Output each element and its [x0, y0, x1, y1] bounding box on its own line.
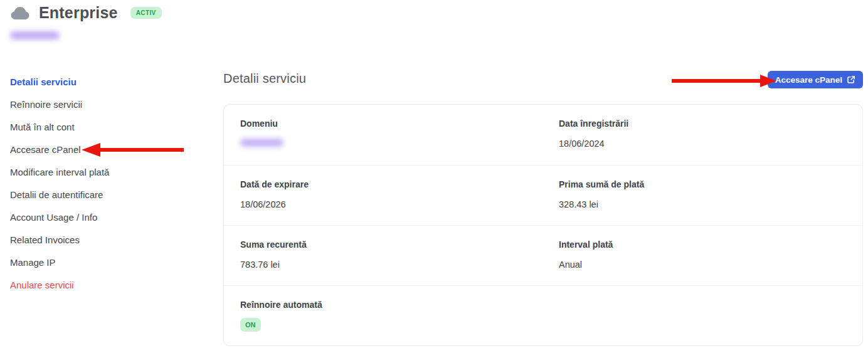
field-label: Dată de expirare: [240, 179, 309, 189]
card-row-suma-recurenta: Suma recurentă 783.76 lei Interval plată…: [224, 225, 862, 285]
sidebar-item-account-usage-info[interactable]: Account Usage / Info: [10, 206, 198, 228]
sidebar-item-manage-ip[interactable]: Manage IP: [10, 251, 198, 273]
field-prima-suma: Prima sumă de plată 328.43 lei: [559, 179, 644, 209]
field-data-expirare: Dată de expirare 18/06/2026: [240, 179, 309, 209]
field-reinnoire-automata: Reînnoire automată ON: [240, 300, 322, 332]
service-title: Enterprise: [39, 4, 118, 22]
cloud-icon: [10, 6, 30, 21]
sidebar-item-detalii-serviciu[interactable]: Detalii serviciu: [10, 70, 198, 93]
field-label: Domeniu: [240, 118, 283, 129]
field-value: 328.43 lei: [559, 199, 644, 209]
field-label: Suma recurentă: [240, 240, 307, 250]
field-suma-recurenta: Suma recurentă 783.76 lei: [240, 240, 307, 270]
status-badge: ACTIV: [130, 7, 162, 19]
sidebar-menu: Detalii serviciu Reînnoire servicii Mută…: [10, 70, 198, 296]
field-label: Interval plată: [559, 240, 613, 250]
service-details-card: Domeniu Data înregistrării 18/06/2024 Da…: [223, 104, 863, 346]
field-label: Data înregistrării: [559, 118, 628, 129]
arrow-shaft: [672, 79, 760, 83]
field-domeniu: Domeniu: [240, 118, 283, 147]
field-value: 18/06/2024: [559, 139, 628, 149]
sidebar-item-reinnoire-servicii[interactable]: Reînnoire servicii: [10, 93, 198, 115]
sidebar-item-related-invoices[interactable]: Related Invoices: [10, 228, 198, 251]
sidebar-item-muta-in-alt-cont[interactable]: Mută în alt cont: [10, 115, 198, 138]
field-label: Prima sumă de plată: [559, 179, 644, 189]
external-link-icon: [847, 75, 855, 84]
field-data-inregistrarii: Data înregistrării 18/06/2024: [559, 118, 628, 149]
field-interval-plata: Interval plată Anual: [559, 240, 613, 270]
sidebar-item-accesare-cpanel[interactable]: Accesare cPanel: [10, 138, 198, 161]
field-label: Reînnoire automată: [240, 300, 322, 310]
redacted-domain-value: [240, 139, 283, 147]
field-value: Anual: [559, 260, 613, 270]
service-header: Enterprise ACTIV: [10, 4, 162, 22]
accesare-cpanel-button[interactable]: Accesare cPanel: [768, 71, 863, 88]
field-value: 783.76 lei: [240, 260, 307, 270]
field-value: 18/06/2026: [240, 199, 309, 209]
redacted-domain-text: [10, 31, 60, 39]
red-arrow-right-icon: [672, 75, 776, 87]
page-title: Detalii serviciu: [223, 71, 306, 86]
service-details-page: Enterprise ACTIV Detalii serviciu Reînno…: [0, 0, 868, 358]
sidebar-item-detalii-de-autentificare[interactable]: Detalii de autentificare: [10, 183, 198, 206]
accesare-cpanel-button-label: Accesare cPanel: [775, 75, 842, 85]
card-row-reinnoire-automata: Reînnoire automată ON: [224, 285, 862, 345]
auto-renew-on-badge: ON: [240, 318, 261, 332]
card-row-expirare: Dată de expirare 18/06/2026 Prima sumă d…: [224, 165, 862, 225]
sidebar-item-anulare-servicii[interactable]: Anulare servicii: [10, 273, 198, 296]
sidebar-item-modificare-interval-plata[interactable]: Modificare interval plată: [10, 161, 198, 183]
card-row-domeniu: Domeniu Data înregistrării 18/06/2024: [224, 105, 862, 165]
